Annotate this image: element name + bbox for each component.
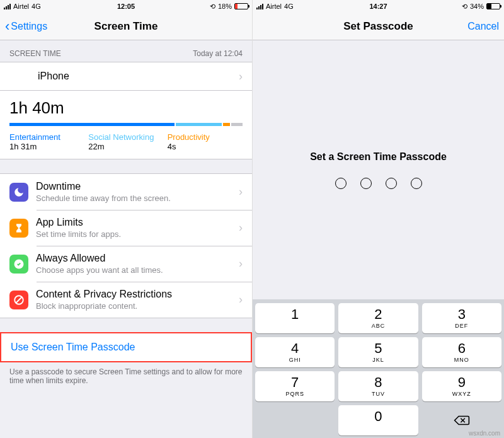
- usage-bar-segment: [223, 123, 230, 126]
- network-label: 4G: [32, 3, 41, 10]
- menu-row-subtitle: Schedule time away from the screen.: [36, 193, 235, 203]
- usage-total: 1h 40m: [0, 91, 252, 123]
- passcode-dot: [360, 178, 372, 189]
- use-passcode-label: Use Screen Time Passcode: [11, 342, 135, 353]
- rotation-lock-icon: ⟲: [210, 3, 215, 11]
- key-number: 0: [374, 410, 382, 424]
- status-time: 14:27: [369, 3, 387, 10]
- device-row[interactable]: iPhone ›: [0, 62, 252, 90]
- key-letters: TUV: [372, 391, 385, 397]
- chevron-right-icon: ›: [239, 257, 243, 270]
- chevron-right-icon: ›: [239, 293, 243, 306]
- usage-category-label: Entertainment: [9, 132, 84, 142]
- back-label: Settings: [11, 21, 47, 32]
- check-badge-icon: [9, 255, 28, 274]
- passcode-footer-text: Use a passcode to secure Screen Time set…: [0, 362, 252, 394]
- nav-bar: ‹ Settings Screen Time: [0, 13, 252, 40]
- usage-categories: Entertainment1h 31mSocial Networking22mP…: [0, 132, 252, 159]
- key-number: 5: [374, 342, 382, 355]
- key-letters: WXYZ: [452, 391, 471, 397]
- keypad-key-7[interactable]: 7PQRS: [255, 371, 335, 401]
- key-letters: MNO: [454, 357, 469, 363]
- passcode-dot: [386, 178, 397, 189]
- battery-pct: 18%: [218, 3, 232, 10]
- keypad-key-5[interactable]: 5JKL: [338, 337, 418, 367]
- key-number: 1: [291, 308, 299, 321]
- menu-row-subtitle: Block inappropriate content.: [36, 301, 235, 311]
- status-bar: Airtel 4G 12:05 ⟲ 18%: [0, 0, 252, 13]
- use-passcode-cell[interactable]: Use Screen Time Passcode: [0, 332, 252, 362]
- usage-block: 1h 40m Entertainment1h 31mSocial Network…: [0, 90, 252, 159]
- menu-row-downtime[interactable]: DowntimeSchedule time away from the scre…: [0, 174, 252, 210]
- key-number: 3: [458, 308, 466, 321]
- prohibited-icon: [9, 291, 28, 309]
- carrier-label: Airtel: [13, 3, 29, 10]
- keypad-row: 0: [255, 405, 501, 435]
- cancel-label: Cancel: [467, 21, 499, 32]
- device-cell-group: iPhone ›: [0, 62, 252, 91]
- carrier-label: Airtel: [266, 3, 282, 10]
- hourglass-icon: [9, 219, 28, 238]
- cancel-button[interactable]: Cancel: [462, 13, 504, 40]
- section-header-label: SCREEN TIME: [9, 49, 61, 58]
- keypad-key-1[interactable]: 1: [255, 303, 335, 333]
- menu-row-content-privacy-restrictions[interactable]: Content & Privacy RestrictionsBlock inap…: [0, 282, 252, 318]
- chevron-left-icon: ‹: [5, 20, 9, 33]
- keypad-key-3[interactable]: 3DEF: [422, 303, 501, 333]
- menu-row-subtitle: Choose apps you want at all times.: [36, 265, 235, 275]
- page-title: Set Passcode: [343, 20, 413, 33]
- status-time: 12:05: [117, 3, 135, 10]
- keypad-key-2[interactable]: 2ABC: [338, 303, 418, 333]
- key-number: 7: [291, 376, 299, 389]
- menu-row-app-limits[interactable]: App LimitsSet time limits for apps.›: [0, 210, 252, 246]
- menu-row-always-allowed[interactable]: Always AllowedChoose apps you want at al…: [0, 246, 252, 282]
- back-button[interactable]: ‹ Settings: [0, 13, 52, 40]
- keypad-key-8[interactable]: 8TUV: [338, 371, 418, 401]
- phone-screen-time: Airtel 4G 12:05 ⟲ 18% ‹ Settings Screen …: [0, 0, 252, 438]
- settings-menu: DowntimeSchedule time away from the scre…: [0, 173, 252, 318]
- usage-category-value: 4s: [168, 142, 243, 151]
- usage-category-value: 22m: [88, 142, 163, 151]
- keypad-key-0[interactable]: 0: [338, 405, 418, 435]
- usage-category-value: 1h 31m: [9, 142, 84, 151]
- keypad-spacer: [255, 405, 335, 435]
- usage-category-label: Social Networking: [88, 132, 163, 142]
- key-number: 9: [458, 376, 466, 389]
- key-number: 6: [458, 342, 466, 355]
- usage-category: Productivity4s: [168, 132, 243, 151]
- usage-category-label: Productivity: [168, 132, 243, 142]
- signal-icon: [256, 4, 263, 9]
- usage-bar-segment: [176, 123, 222, 126]
- menu-row-title: App Limits: [36, 217, 235, 228]
- passcode-prompt: Set a Screen Time Passcode: [310, 151, 447, 163]
- device-label: iPhone: [38, 71, 235, 82]
- keypad-row: 7PQRS8TUV9WXYZ: [255, 371, 501, 401]
- usage-bar: [9, 123, 243, 126]
- keypad-key-9[interactable]: 9WXYZ: [422, 371, 501, 401]
- usage-category: Entertainment1h 31m: [9, 132, 84, 151]
- passcode-dot: [411, 178, 422, 189]
- key-letters: ABC: [372, 323, 386, 329]
- battery-pct: 34%: [470, 3, 484, 10]
- key-letters: PQRS: [285, 391, 304, 397]
- menu-row-title: Always Allowed: [36, 253, 235, 264]
- menu-row-subtitle: Set time limits for apps.: [36, 229, 235, 239]
- key-number: 2: [374, 308, 382, 321]
- battery-icon: [486, 3, 500, 9]
- keypad-row: 1 2ABC3DEF: [255, 303, 501, 333]
- usage-category: Social Networking22m: [88, 132, 163, 151]
- phone-set-passcode: Airtel 4G 14:27 ⟲ 34% Set Passcode Cance…: [252, 0, 504, 438]
- keypad-key-6[interactable]: 6MNO: [422, 337, 501, 367]
- moon-icon: [9, 183, 28, 202]
- usage-bar-segment: [9, 123, 175, 126]
- nav-bar: Set Passcode Cancel: [253, 13, 504, 40]
- battery-icon: [234, 3, 248, 9]
- chevron-right-icon: ›: [239, 70, 243, 83]
- section-header: SCREEN TIME Today at 12:04: [0, 40, 252, 62]
- svg-line-2: [16, 297, 22, 303]
- section-header-timestamp: Today at 12:04: [193, 49, 243, 58]
- watermark: wsxdn.com: [469, 430, 500, 437]
- chevron-right-icon: ›: [239, 185, 243, 199]
- keypad-key-4[interactable]: 4GHI: [255, 337, 335, 367]
- passcode-dots: [335, 178, 422, 189]
